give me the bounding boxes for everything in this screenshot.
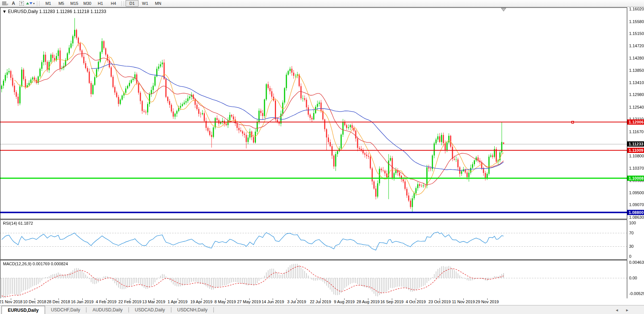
tab-eurusd[interactable]: EURUSD,Daily <box>1 306 45 314</box>
date-label: 22 Feb 2019 <box>118 299 142 304</box>
line-price-tag: 1.12006 <box>627 119 644 125</box>
timeframe-button-m5[interactable]: M5 <box>55 0 68 7</box>
date-label: 4 Feb 2019 <box>96 299 117 304</box>
timeframe-button-m30[interactable]: M30 <box>81 0 94 7</box>
tab-usdcad[interactable]: USDCAD,Daily <box>129 305 171 314</box>
text-label-icon[interactable]: A <box>10 0 17 6</box>
time-axis[interactable]: 21 Nov 201810 Dec 201828 Dec 201816 Jan … <box>0 298 627 305</box>
date-label: 16 Jan 2019 <box>71 299 94 304</box>
date-label: 11 Nov 2019 <box>452 299 475 304</box>
tab-scroll-nav: ◄ ► <box>615 305 629 314</box>
macd-tick-label: -0.005299 <box>629 291 644 296</box>
timeframe-button-w1[interactable]: W1 <box>139 0 152 7</box>
price-tick-label: 1.15150 <box>629 31 644 36</box>
date-label: 27 May 2019 <box>237 299 261 304</box>
date-label: 23 Oct 2019 <box>428 299 451 304</box>
tab-audusd[interactable]: AUDUSD,Daily <box>86 305 129 314</box>
price-tick-label: 1.10800 <box>629 154 644 158</box>
price-tick-label: 1.16020 <box>629 7 644 12</box>
current-price-tag: 1.11233 <box>627 141 644 147</box>
price-tick-label: 1.13410 <box>629 80 644 85</box>
timeframe-button-mn[interactable]: MN <box>152 0 165 7</box>
price-tick-label: 1.11670 <box>629 129 644 134</box>
date-label: 28 Aug 2019 <box>356 299 380 304</box>
tab-separator <box>213 307 214 313</box>
timeframe-button-h4[interactable]: H4 <box>107 0 120 7</box>
tabs-holder: EURUSD,DailyUSDCHF,DailyAUDUSD,DailyUSDC… <box>1 305 214 314</box>
price-tick-label: 1.12980 <box>629 92 644 97</box>
date-label: 29 Nov 2019 <box>476 299 499 304</box>
date-label: 16 Sep 2019 <box>380 299 403 304</box>
tabs-scroll-right-button[interactable]: ► <box>625 308 629 312</box>
price-tick-label: 1.09070 <box>629 202 644 207</box>
toolbar: F A T ▾ M1M5M15M30H1H4D1W1MN <box>0 0 644 7</box>
timeframe-group: M1M5M15M30H1H4D1W1MN <box>42 0 165 7</box>
date-label: 3 Jul 2019 <box>287 299 306 304</box>
date-label: 14 Jun 2019 <box>261 299 284 304</box>
arrows-objects-icon[interactable]: ▾ <box>26 0 35 6</box>
line-price-tag: 1.10008 <box>627 176 644 181</box>
price-tick-label: 1.08630 <box>629 215 644 220</box>
price-tick-label: 1.15580 <box>629 19 644 24</box>
rsi-tick-label: 30 <box>629 244 634 249</box>
date-label: 21 Nov 2018 <box>0 299 22 304</box>
date-label: 13 Mar 2019 <box>142 299 165 304</box>
timeframe-button-d1[interactable]: D1 <box>126 0 139 7</box>
macd-tick-label: 0.00 <box>629 276 637 281</box>
line-price-tag: 1.08800 <box>627 210 644 215</box>
chart-window: ▼ EURUSD,Daily 1.11283 1.11286 1.11218 1… <box>0 7 644 305</box>
chart-grid-icon[interactable]: F <box>1 0 9 6</box>
line-price-tag: 1.11009 <box>627 148 644 153</box>
date-label: 8 May 2019 <box>215 299 236 304</box>
price-tick-label: 1.10370 <box>629 166 644 171</box>
price-chart-canvas <box>0 7 628 298</box>
tab-usdchf[interactable]: USDCHF,Daily <box>45 305 86 314</box>
date-label: 28 Dec 2018 <box>47 299 70 304</box>
grid-f-hint: F <box>7 3 9 6</box>
price-tick-label: 1.09500 <box>629 190 644 195</box>
price-axis[interactable]: 1.160201.155801.151501.147201.142801.138… <box>627 7 644 298</box>
date-label: 9 Aug 2019 <box>334 299 355 304</box>
chevron-down-icon[interactable]: ▾ <box>33 2 35 5</box>
date-label: 4 Oct 2019 <box>406 299 426 304</box>
date-label: 19 Apr 2019 <box>190 299 212 304</box>
toolbar-grip[interactable] <box>37 1 39 6</box>
price-tick-label: 1.12540 <box>629 105 644 110</box>
rsi-tick-label: 70 <box>629 231 634 236</box>
date-label: 10 Dec 2018 <box>23 299 46 304</box>
price-tick-label: 1.13850 <box>629 68 644 73</box>
rsi-tick-label: 100 <box>629 221 636 225</box>
rsi-tick-label: 0 <box>629 254 631 259</box>
price-tick-label: 1.14280 <box>629 56 644 61</box>
text-box-icon[interactable]: T <box>18 0 25 6</box>
mt4-window: F A T ▾ M1M5M15M30H1H4D1W1MN ▼ EURUSD,Da… <box>0 0 644 314</box>
timeframe-button-m15[interactable]: M15 <box>68 0 81 7</box>
toolbar-grip[interactable] <box>121 1 124 6</box>
macd-tick-label: 0.00463 <box>629 260 644 265</box>
tab-usdcnh[interactable]: USDCNH,Daily <box>171 305 213 314</box>
date-label: 1 Apr 2019 <box>168 299 187 304</box>
timeframe-button-m1[interactable]: M1 <box>42 0 55 7</box>
price-tick-label: 1.14720 <box>629 44 644 48</box>
date-label: 22 Jul 2019 <box>310 299 331 304</box>
tabs-scroll-left-button[interactable]: ◄ <box>615 308 619 312</box>
up-arrow-glyph <box>26 2 29 4</box>
timeframe-button-h1[interactable]: H1 <box>94 0 107 7</box>
down-arrow-glyph <box>29 2 32 4</box>
text-box-glyph: T <box>19 1 24 6</box>
grid-glyph <box>2 1 6 5</box>
chart-tab-bar: EURUSD,DailyUSDCHF,DailyAUDUSD,DailyUSDC… <box>0 305 644 314</box>
